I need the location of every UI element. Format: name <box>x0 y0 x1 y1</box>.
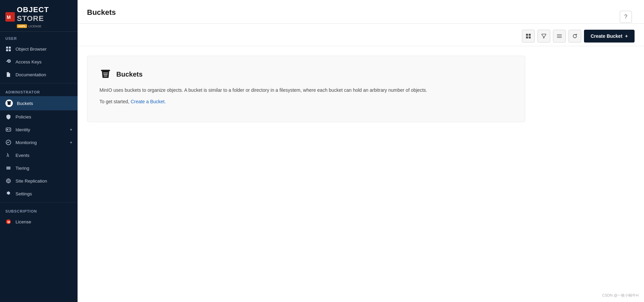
license-icon: M <box>5 219 11 225</box>
svg-rect-22 <box>104 76 108 76</box>
tiering-label: Tiering <box>16 166 72 171</box>
doc-icon <box>5 72 11 78</box>
empty-state-card: Buckets MinIO uses buckets to organize o… <box>87 56 525 122</box>
create-bucket-label: Create Bucket <box>591 33 622 39</box>
user-section-label: User <box>0 32 78 43</box>
monitoring-label: Monitoring <box>16 140 66 145</box>
empty-state-title: Buckets <box>116 71 143 78</box>
svg-rect-21 <box>104 74 108 75</box>
subscription-section-label: Subscription <box>0 204 78 215</box>
svg-point-8 <box>7 129 8 130</box>
events-label: Events <box>16 153 72 158</box>
svg-text:λ: λ <box>6 153 9 158</box>
svg-text:M: M <box>7 15 11 20</box>
sidebar-item-object-browser[interactable]: Object Browser <box>0 43 78 55</box>
svg-rect-2 <box>6 47 8 49</box>
create-bucket-link[interactable]: Create a Bucket. <box>131 99 166 104</box>
license-label: LICENSE <box>28 25 41 28</box>
svg-rect-20 <box>103 73 108 74</box>
view-grid-button[interactable] <box>522 30 535 43</box>
replication-icon <box>5 178 11 184</box>
license-label: License <box>16 219 72 224</box>
logo-area: M OBJECT STORE AGPL LICENSE <box>0 0 78 32</box>
create-bucket-button[interactable]: Create Bucket + <box>584 30 635 43</box>
svg-rect-5 <box>9 49 11 51</box>
site-replication-label: Site Replication <box>16 179 72 184</box>
sidebar-item-access-keys[interactable]: Access Keys <box>0 55 78 68</box>
policies-label: Policies <box>16 114 72 119</box>
main-content: Buckets MinIO uses buckets to organize o… <box>78 46 644 302</box>
sidebar-item-events[interactable]: λ Events <box>0 149 78 162</box>
events-icon: λ <box>5 152 11 158</box>
sidebar-item-documentation[interactable]: Documentation <box>0 68 78 81</box>
object-browser-label: Object Browser <box>16 47 72 52</box>
identity-icon <box>5 127 11 133</box>
svg-rect-3 <box>9 47 11 49</box>
settings-label: Settings <box>16 191 72 196</box>
columns-button[interactable] <box>553 30 566 43</box>
key-icon <box>5 59 11 65</box>
bucket-icon <box>5 100 13 107</box>
filter-button[interactable] <box>537 30 550 43</box>
empty-state-header: Buckets <box>99 68 513 80</box>
agpl-badge: AGPL <box>17 24 27 28</box>
sidebar-item-settings[interactable]: Settings <box>0 187 78 200</box>
admin-section-label: Administrator <box>0 85 78 96</box>
sidebar-item-site-replication[interactable]: Site Replication <box>0 174 78 187</box>
svg-rect-16 <box>529 34 531 36</box>
svg-rect-19 <box>101 70 110 71</box>
page-title: Buckets <box>87 8 116 17</box>
monitoring-chevron-icon: ▾ <box>70 140 72 145</box>
documentation-label: Documentation <box>16 72 72 77</box>
create-bucket-plus-icon: + <box>625 33 628 39</box>
tiering-icon <box>5 165 11 171</box>
empty-state-description: MinIO uses buckets to organize objects. … <box>99 86 513 94</box>
sidebar: M OBJECT STORE AGPL LICENSE User Object … <box>0 0 78 302</box>
policy-icon <box>5 114 11 120</box>
sidebar-item-identity[interactable]: Identity ▾ <box>0 123 78 136</box>
monitoring-icon <box>5 139 11 145</box>
bucket-header-icon <box>99 68 112 80</box>
grid-icon <box>5 46 11 52</box>
svg-rect-17 <box>526 36 528 38</box>
sidebar-item-monitoring[interactable]: Monitoring ▾ <box>0 136 78 149</box>
svg-rect-18 <box>529 36 531 38</box>
settings-icon <box>5 191 11 197</box>
watermark: CSDN @一枚小蜗牛H <box>602 293 639 298</box>
buckets-label: Buckets <box>17 101 72 106</box>
empty-state-cta-text: To get started, Create a Bucket. <box>99 98 513 105</box>
main-content-area: Buckets ? <box>78 0 644 302</box>
logo: M OBJECT STORE AGPL LICENSE <box>5 5 72 28</box>
svg-text:M: M <box>7 220 10 224</box>
identity-label: Identity <box>16 127 66 132</box>
help-button[interactable]: ? <box>620 11 632 23</box>
svg-point-9 <box>6 140 11 145</box>
main-header: Buckets ? <box>78 0 644 24</box>
cta-prefix: To get started, <box>99 99 129 104</box>
access-keys-label: Access Keys <box>16 59 72 64</box>
svg-point-12 <box>8 192 9 194</box>
sidebar-item-license[interactable]: M License <box>0 215 78 228</box>
toolbar: Create Bucket + <box>78 24 644 46</box>
refresh-button[interactable] <box>568 30 581 43</box>
svg-rect-15 <box>526 34 528 36</box>
minio-logo-icon: M <box>5 12 15 22</box>
svg-rect-4 <box>6 49 8 51</box>
sidebar-item-buckets[interactable]: Buckets <box>0 96 78 110</box>
svg-rect-6 <box>7 101 11 102</box>
sidebar-item-tiering[interactable]: Tiering <box>0 162 78 174</box>
sidebar-item-policies[interactable]: Policies <box>0 110 78 123</box>
identity-chevron-icon: ▾ <box>70 128 72 132</box>
logo-text: OBJECT STORE AGPL LICENSE <box>17 5 72 28</box>
